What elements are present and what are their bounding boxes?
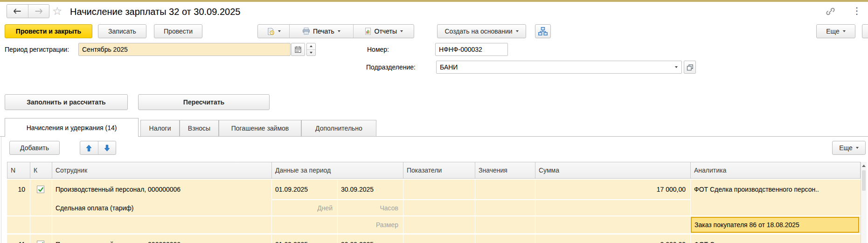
- cell-hours-placeholder[interactable]: Часов: [337, 200, 403, 215]
- cell-employee[interactable]: Производственный персонал, 000000006: [52, 235, 271, 243]
- document-window: ☆ Начисление зарплаты 32 от 30.09.2025 ⋮…: [0, 0, 868, 243]
- post-and-close-button[interactable]: Провести и закрыть: [5, 24, 92, 38]
- fill-and-calculate-button[interactable]: Заполнить и рассчитать: [5, 94, 128, 110]
- row-checkbox[interactable]: [37, 186, 44, 193]
- scrollbar-thumb[interactable]: [862, 170, 866, 191]
- period-spinner: [306, 43, 316, 56]
- cell-date-start[interactable]: 01.09.2025: [271, 180, 337, 199]
- column-header-period-data[interactable]: Данные за период: [272, 162, 403, 178]
- spinner-up-icon: [310, 45, 312, 47]
- document-clock-icon: [267, 28, 275, 35]
- column-header-values[interactable]: Значения: [475, 162, 535, 178]
- structure-icon: [538, 27, 548, 35]
- tab-contributions[interactable]: Взносы: [180, 120, 219, 137]
- related-documents-button[interactable]: [535, 24, 551, 38]
- link-icon[interactable]: [825, 6, 836, 17]
- column-header-amount[interactable]: Сумма: [535, 162, 691, 178]
- cell-employee[interactable]: Производственный персонал, 000000006: [52, 180, 271, 199]
- number-label: Номер:: [367, 43, 389, 56]
- window-accent-strip: [0, 0, 868, 2]
- forward-arrow-icon: [35, 8, 43, 14]
- cell-analytics[interactable]: ФОТ Сделка производственного персон..: [690, 180, 861, 199]
- row-checkbox[interactable]: [37, 241, 44, 243]
- column-header-n[interactable]: N: [7, 162, 30, 178]
- cell-amount[interactable]: 3 000,00: [535, 235, 690, 243]
- write-button[interactable]: Записать: [98, 24, 146, 38]
- tab-additional[interactable]: Дополнительно: [301, 120, 376, 137]
- toolbar-more-button[interactable]: Еще: [816, 24, 855, 38]
- menu-dots-icon[interactable]: ⋮: [852, 5, 861, 16]
- calendar-icon: [294, 46, 302, 53]
- forward-button[interactable]: [28, 5, 49, 18]
- check-icon: [38, 187, 44, 193]
- grid-more-button[interactable]: Еще: [832, 141, 866, 155]
- arrow-down-icon: [104, 145, 110, 152]
- help-button[interactable]: ?: [862, 24, 868, 38]
- cell-date-end[interactable]: 30.09.2025: [337, 180, 403, 199]
- cell-analytics-order-selected[interactable]: Заказ покупателя 86 от 18.08.2025: [691, 217, 859, 233]
- dropdown-caret: [400, 30, 403, 32]
- department-combo[interactable]: БАНИ: [436, 61, 682, 74]
- move-row-down-button[interactable]: [98, 141, 116, 154]
- dropdown-caret: [675, 66, 678, 68]
- grid-header: N К Сотрудник Данные за период Показател…: [7, 162, 861, 179]
- department-label: Подразделение:: [366, 61, 416, 74]
- cell-date-start[interactable]: 01.09.2025: [271, 235, 337, 243]
- spinner-down-button[interactable]: [307, 49, 315, 56]
- add-row-button[interactable]: Добавить: [9, 141, 60, 155]
- dropdown-caret: [856, 147, 859, 149]
- create-based-on-button[interactable]: Создать на основании: [437, 24, 526, 38]
- grid-scrollbar[interactable]: [861, 162, 867, 243]
- page-title: Начисление зарплаты 32 от 30.09.2025: [70, 5, 240, 19]
- cell-analytics[interactable]: ФОТ Сделка производственного персон..: [690, 235, 861, 243]
- form-left-border: [1, 137, 1, 243]
- grid-row-11[interactable]: 11 Производственный персонал, 000000006 …: [7, 235, 861, 243]
- command-icon-group: Печать Отчеты: [257, 24, 414, 38]
- reports-button[interactable]: Отчеты: [354, 25, 414, 38]
- grid-row-10[interactable]: 10 Производственный персонал, 000000006 …: [7, 180, 861, 233]
- arrow-up-icon: [86, 145, 92, 152]
- printer-icon: [302, 28, 310, 35]
- back-arrow-icon: [13, 8, 21, 14]
- tab-loan-repayment[interactable]: Погашение займов: [219, 120, 301, 137]
- favorite-star-icon[interactable]: ☆: [52, 4, 62, 18]
- cell-date-end[interactable]: 30.09.2025: [337, 235, 403, 243]
- column-header-analytics[interactable]: Аналитика: [691, 162, 861, 178]
- department-open-button[interactable]: [684, 61, 696, 74]
- cell-accrual-type[interactable]: Сдельная оплата (тариф): [52, 200, 271, 215]
- period-calendar-button[interactable]: [291, 43, 305, 56]
- register-records-button[interactable]: [258, 25, 289, 38]
- column-header-indicators[interactable]: Показатели: [403, 162, 475, 178]
- tab-accruals-deductions[interactable]: Начисления и удержания (14): [5, 118, 139, 137]
- dropdown-caret: [516, 30, 519, 32]
- move-row-up-button[interactable]: [80, 141, 98, 154]
- cell-days-placeholder[interactable]: Дней: [271, 200, 337, 215]
- spinner-up-button[interactable]: [307, 43, 315, 49]
- dropdown-caret: [843, 30, 846, 32]
- cell-amount[interactable]: 17 000,00: [535, 180, 690, 199]
- department-dropdown-button[interactable]: [671, 61, 681, 73]
- spinner-down-icon: [310, 52, 312, 54]
- nav-history-group: [7, 4, 49, 18]
- back-button[interactable]: [7, 5, 28, 18]
- cell-row-number[interactable]: 11: [7, 235, 30, 243]
- dropdown-caret: [278, 30, 281, 32]
- column-header-employee[interactable]: Сотрудник: [52, 162, 272, 178]
- check-icon: [38, 242, 44, 243]
- tab-taxes[interactable]: Налоги: [140, 120, 180, 137]
- post-button[interactable]: Провести: [154, 24, 202, 38]
- recalculate-button[interactable]: Пересчитать: [138, 94, 270, 110]
- cell-row-number[interactable]: 10: [7, 180, 30, 199]
- report-chart-icon: [364, 28, 372, 35]
- number-input[interactable]: НФНФ-000032: [435, 43, 508, 56]
- period-label: Период регистрации:: [5, 43, 69, 56]
- print-button[interactable]: Печать: [290, 25, 353, 38]
- open-form-icon: [687, 64, 694, 71]
- dropdown-caret: [338, 30, 340, 32]
- scroll-up-icon[interactable]: [862, 165, 866, 167]
- cell-size-placeholder[interactable]: Размер: [337, 216, 403, 233]
- column-header-k[interactable]: К: [30, 162, 52, 178]
- move-row-group: [80, 141, 116, 155]
- period-input[interactable]: Сентябрь 2025: [78, 43, 291, 56]
